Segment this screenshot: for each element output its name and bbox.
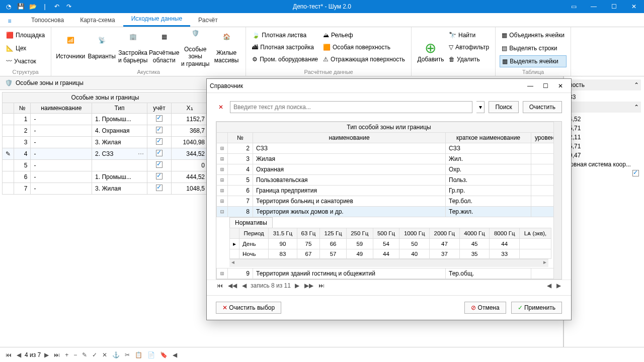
nav-right-icon[interactable]: ▶ <box>555 282 562 289</box>
nextpage-icon[interactable]: ▶▶ <box>303 282 314 289</box>
calc-areas-button[interactable]: ▦Расчётные области <box>149 29 179 68</box>
sb-add-icon[interactable]: + <box>63 351 70 358</box>
table-row[interactable]: 6-1. Промыш...444,52 <box>3 171 208 183</box>
apply-button[interactable]: ✓ Применить <box>511 302 562 314</box>
autofilter-button[interactable]: ▽Автофильтр <box>447 41 491 53</box>
section-button[interactable]: 〰Участок <box>4 55 47 67</box>
v-scrollbar[interactable] <box>553 122 561 279</box>
sb-ok-icon[interactable]: ✓ <box>91 351 99 358</box>
sb-next-icon[interactable]: ▶ <box>43 351 50 358</box>
collapse-icon[interactable]: ⌃ <box>634 81 639 88</box>
norms-tab[interactable]: Нормативы <box>229 217 273 228</box>
col-name[interactable]: наименование <box>31 103 92 114</box>
col-check[interactable]: учёт <box>147 103 171 114</box>
search-input[interactable] <box>230 101 472 113</box>
sources-button[interactable]: 📶Источники <box>55 29 86 68</box>
table-row[interactable]: ⊞5ПользовательскаяПольз.5 <box>217 175 561 186</box>
clear-selection-button[interactable]: ✕ Очистить выбор <box>216 302 281 314</box>
close-icon[interactable]: ✕ <box>624 0 644 13</box>
dense-build-button[interactable]: 🏙Плотная застройка <box>250 41 320 53</box>
sb-paste-icon[interactable]: 📄 <box>146 351 156 358</box>
table-row[interactable]: ⊞ 9 Территория зданий гостиниц и общежит… <box>217 268 561 279</box>
find-button[interactable]: 🔭Найти <box>447 29 491 41</box>
nav-left-icon[interactable]: ◀ <box>546 282 552 289</box>
clear-search-icon[interactable]: ✕ <box>216 104 226 111</box>
tab-map[interactable]: Карта-схема <box>72 14 123 27</box>
ribbon-collapse-icon[interactable]: ▭ <box>564 0 584 13</box>
ref-col-name[interactable]: наименование <box>253 133 446 143</box>
sb-last-icon[interactable]: ⏭ <box>52 351 61 358</box>
table-row[interactable]: ⊞4ОхраннаяОхр.4 <box>217 164 561 175</box>
table-row[interactable]: ▸День907566595450474544 <box>230 239 551 249</box>
relief-button[interactable]: ⛰Рельеф <box>321 29 407 41</box>
norms-grid[interactable]: Период31.5 Гц63 Гц125 Гц250 Гц500 Гц1000… <box>229 228 551 259</box>
table-row[interactable]: ⊞7Территория больниц и санаториевТер.бол… <box>217 196 561 207</box>
prevpage-icon[interactable]: ◀◀ <box>227 282 238 289</box>
sb-left-icon[interactable]: ◀ <box>171 351 179 358</box>
tab-source-data[interactable]: Исходные данные <box>123 12 190 27</box>
buildings-button[interactable]: 🏢Застройка и барьеры <box>118 29 148 68</box>
reflective-button[interactable]: ⚠Отражающая поверхность <box>321 53 407 65</box>
redo-icon[interactable]: ↷ <box>64 2 73 11</box>
h-scrollbar[interactable] <box>229 259 548 267</box>
table-row[interactable]: ⊞6Граница предприятияГр.пр.6 <box>217 186 561 196</box>
collapse-icon[interactable]: ⌃ <box>634 104 639 111</box>
variants-button[interactable]: 📡Варианты <box>87 29 117 68</box>
tab-calc[interactable]: Расчёт <box>190 14 226 27</box>
shop-button[interactable]: 📐Цех <box>4 42 47 54</box>
sb-bookmark-icon[interactable]: 🔖 <box>158 351 169 358</box>
add-button[interactable]: ⊕Добавить <box>416 29 446 74</box>
dlg-maximize-icon[interactable]: ☐ <box>538 82 553 89</box>
table-row[interactable]: Ночь836757494440373533 <box>230 249 551 259</box>
sb-del-icon[interactable]: − <box>72 351 78 358</box>
table-row[interactable]: ✎4-2. СЗЗ ⋯344,52 <box>3 148 208 160</box>
next-icon[interactable]: ▶ <box>294 282 300 289</box>
col-no[interactable]: № <box>14 103 31 114</box>
prop-checkbox[interactable] <box>632 170 639 176</box>
special-surface-button[interactable]: 🟧Особая поверхность <box>321 41 407 53</box>
sb-edit-icon[interactable]: ✎ <box>80 351 89 358</box>
ref-col-short[interactable]: краткое наименование <box>446 133 531 143</box>
open-icon[interactable]: 📂 <box>28 2 37 11</box>
table-row[interactable]: 2-4. Охранная368,7 <box>3 125 208 137</box>
ref-col-no[interactable]: № <box>228 133 253 143</box>
table-row[interactable]: ⊟8Территория жилых домов и др.Тер.жил.8 <box>217 207 561 217</box>
reference-grid[interactable]: Тип особой зоны или границы № наименован… <box>216 122 561 217</box>
table-row[interactable]: ⊞3ЖилаяЖил.3 <box>217 154 561 164</box>
table-row[interactable]: 7-3. Жилая1048,5 <box>3 183 208 195</box>
table-row[interactable]: 5-0 <box>3 160 208 171</box>
search-button[interactable]: Поиск <box>489 101 518 113</box>
file-menu-icon[interactable]: ≡ <box>4 16 15 27</box>
table-row[interactable]: ⊞2СЗЗСЗЗ2 <box>217 143 561 154</box>
last-icon[interactable]: ⏭ <box>317 282 326 289</box>
col-x1[interactable]: X₁ <box>172 103 208 114</box>
first-icon[interactable]: ⏮ <box>216 282 224 289</box>
residential-button[interactable]: 🏠Жилые массивы <box>211 29 242 68</box>
delete-button[interactable]: 🗑Удалить <box>447 53 491 65</box>
site-button[interactable]: 🟥Площадка <box>4 29 47 41</box>
select-cells-button[interactable]: ▦Выделять ячейки <box>500 55 567 67</box>
equipment-button[interactable]: ⚙Пром. оборудование <box>250 53 320 65</box>
prev-icon[interactable]: ◀ <box>241 282 248 289</box>
maximize-icon[interactable]: ☐ <box>604 0 624 13</box>
dlg-close-icon[interactable]: ✕ <box>553 82 568 89</box>
dlg-minimize-icon[interactable]: — <box>523 82 538 89</box>
undo-icon[interactable]: ↶ <box>52 2 61 11</box>
sb-first-icon[interactable]: ⏮ <box>4 351 13 358</box>
save-icon[interactable]: 💾 <box>16 2 25 11</box>
select-rows-button[interactable]: ▤Выделять строки <box>500 42 567 54</box>
foliage-button[interactable]: 🍃Плотная листва <box>250 29 320 41</box>
cancel-button[interactable]: ⊘ Отмена <box>464 302 506 314</box>
merge-cells-button[interactable]: ▦Объединять ячейки <box>500 29 567 41</box>
zones-grid[interactable]: Особые зоны и границы № наименование Тип… <box>2 92 208 195</box>
sb-cut-icon[interactable]: ✂ <box>123 351 131 358</box>
table-row[interactable]: 1-1. Промыш...1152,7 <box>3 114 208 125</box>
sb-cancel-icon[interactable]: ✕ <box>101 351 109 358</box>
clear-button[interactable]: Очистить <box>523 101 562 113</box>
col-type[interactable]: Тип <box>92 103 147 114</box>
sb-prev-icon[interactable]: ◀ <box>15 351 23 358</box>
tab-topo[interactable]: Топооснова <box>23 14 72 27</box>
table-row[interactable]: 3-3. Жилая1040,98 <box>3 137 208 148</box>
special-zones-button[interactable]: 🛡️Особые зоны и границы <box>180 29 210 68</box>
sb-anchor-icon[interactable]: ⚓ <box>111 351 121 358</box>
